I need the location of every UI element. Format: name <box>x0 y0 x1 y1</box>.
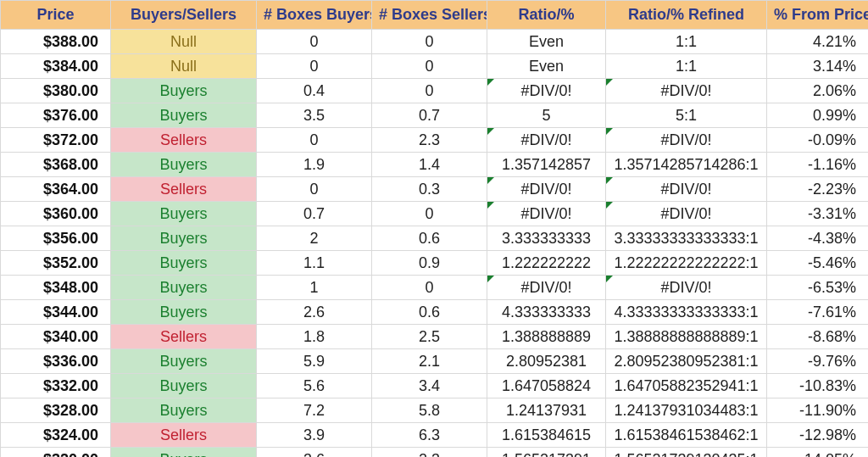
cell-ratio-refined[interactable]: #DIV/0! <box>606 276 767 300</box>
cell-ratio-refined[interactable]: 2.80952380952381:1 <box>606 349 767 374</box>
cell-boxes-sellers[interactable]: 0.6 <box>372 226 487 251</box>
cell-ratio[interactable]: 4.333333333 <box>487 300 606 325</box>
cell-price[interactable]: $352.00 <box>1 251 111 276</box>
cell-pct-from-price[interactable]: 3.14% <box>767 54 869 79</box>
cell-boxes-sellers[interactable]: 2.1 <box>372 349 487 374</box>
cell-pct-from-price[interactable]: 2.06% <box>767 79 869 103</box>
cell-buyers-sellers[interactable]: Buyers <box>111 349 257 374</box>
cell-boxes-sellers[interactable]: 0.6 <box>372 300 487 325</box>
cell-price[interactable]: $328.00 <box>1 398 111 423</box>
cell-boxes-buyers[interactable]: 2 <box>257 226 372 251</box>
cell-boxes-sellers[interactable]: 0 <box>372 276 487 300</box>
table-row[interactable]: $384.00Null00Even1:13.14% <box>1 54 869 79</box>
cell-boxes-buyers[interactable]: 1.9 <box>257 153 372 177</box>
cell-boxes-sellers[interactable]: 2.3 <box>372 448 487 458</box>
cell-boxes-sellers[interactable]: 0.7 <box>372 103 487 128</box>
table-row[interactable]: $360.00Buyers0.70#DIV/0!#DIV/0!-3.31% <box>1 202 869 226</box>
cell-boxes-buyers[interactable]: 0 <box>257 30 372 54</box>
table-row[interactable]: $364.00Sellers00.3#DIV/0!#DIV/0!-2.23% <box>1 177 869 202</box>
cell-pct-from-price[interactable]: -10.83% <box>767 374 869 398</box>
cell-ratio[interactable]: 1.647058824 <box>487 374 606 398</box>
cell-pct-from-price[interactable]: -0.09% <box>767 128 869 153</box>
table-row[interactable]: $344.00Buyers2.60.64.3333333334.33333333… <box>1 300 869 325</box>
cell-ratio-refined[interactable]: 1:1 <box>606 30 767 54</box>
cell-pct-from-price[interactable]: -6.53% <box>767 276 869 300</box>
cell-pct-from-price[interactable]: -4.38% <box>767 226 869 251</box>
cell-boxes-sellers[interactable]: 0 <box>372 30 487 54</box>
cell-price[interactable]: $340.00 <box>1 325 111 349</box>
cell-price[interactable]: $324.00 <box>1 423 111 448</box>
cell-ratio[interactable]: 1.24137931 <box>487 398 606 423</box>
cell-buyers-sellers[interactable]: Buyers <box>111 374 257 398</box>
cell-ratio[interactable]: 1.565217391 <box>487 448 606 458</box>
table-row[interactable]: $324.00Sellers3.96.31.6153846151.6153846… <box>1 423 869 448</box>
table-row[interactable]: $380.00Buyers0.40#DIV/0!#DIV/0!2.06% <box>1 79 869 103</box>
cell-ratio[interactable]: #DIV/0! <box>487 276 606 300</box>
cell-ratio[interactable]: 1.615384615 <box>487 423 606 448</box>
cell-ratio-refined[interactable]: 5:1 <box>606 103 767 128</box>
cell-boxes-buyers[interactable]: 0.7 <box>257 202 372 226</box>
cell-price[interactable]: $344.00 <box>1 300 111 325</box>
cell-pct-from-price[interactable]: -2.23% <box>767 177 869 202</box>
cell-pct-from-price[interactable]: -9.76% <box>767 349 869 374</box>
cell-boxes-buyers[interactable]: 0 <box>257 54 372 79</box>
cell-boxes-sellers[interactable]: 2.3 <box>372 128 487 153</box>
cell-ratio[interactable]: 5 <box>487 103 606 128</box>
header-price[interactable]: Price <box>1 1 111 30</box>
cell-boxes-buyers[interactable]: 5.6 <box>257 374 372 398</box>
cell-buyers-sellers[interactable]: Buyers <box>111 300 257 325</box>
cell-pct-from-price[interactable]: -14.05% <box>767 448 869 458</box>
cell-pct-from-price[interactable]: -8.68% <box>767 325 869 349</box>
cell-ratio-refined[interactable]: 1.56521739130435:1 <box>606 448 767 458</box>
cell-boxes-buyers[interactable]: 2.6 <box>257 300 372 325</box>
cell-ratio[interactable]: 1.357142857 <box>487 153 606 177</box>
cell-buyers-sellers[interactable]: Buyers <box>111 448 257 458</box>
cell-ratio[interactable]: #DIV/0! <box>487 128 606 153</box>
cell-price[interactable]: $348.00 <box>1 276 111 300</box>
cell-boxes-sellers[interactable]: 0.3 <box>372 177 487 202</box>
cell-ratio-refined[interactable]: 1.64705882352941:1 <box>606 374 767 398</box>
cell-price[interactable]: $388.00 <box>1 30 111 54</box>
cell-boxes-buyers[interactable]: 5.9 <box>257 349 372 374</box>
cell-boxes-buyers[interactable]: 3.9 <box>257 423 372 448</box>
cell-boxes-buyers[interactable]: 1.8 <box>257 325 372 349</box>
header-pct-from-price[interactable]: % From Price <box>767 1 869 30</box>
cell-boxes-buyers[interactable]: 0 <box>257 128 372 153</box>
table-row[interactable]: $328.00Buyers7.25.81.241379311.241379310… <box>1 398 869 423</box>
cell-buyers-sellers[interactable]: Buyers <box>111 398 257 423</box>
cell-boxes-sellers[interactable]: 0.9 <box>372 251 487 276</box>
cell-buyers-sellers[interactable]: Buyers <box>111 103 257 128</box>
cell-buyers-sellers[interactable]: Sellers <box>111 128 257 153</box>
table-row[interactable]: $376.00Buyers3.50.755:10.99% <box>1 103 869 128</box>
cell-ratio-refined[interactable]: #DIV/0! <box>606 202 767 226</box>
cell-buyers-sellers[interactable]: Buyers <box>111 226 257 251</box>
cell-pct-from-price[interactable]: -7.61% <box>767 300 869 325</box>
cell-pct-from-price[interactable]: -3.31% <box>767 202 869 226</box>
cell-buyers-sellers[interactable]: Buyers <box>111 276 257 300</box>
cell-boxes-buyers[interactable]: 3.5 <box>257 103 372 128</box>
cell-price[interactable]: $368.00 <box>1 153 111 177</box>
cell-price[interactable]: $320.00 <box>1 448 111 458</box>
cell-ratio[interactable]: #DIV/0! <box>487 202 606 226</box>
cell-ratio-refined[interactable]: 1.38888888888889:1 <box>606 325 767 349</box>
cell-buyers-sellers[interactable]: Null <box>111 54 257 79</box>
cell-buyers-sellers[interactable]: Sellers <box>111 325 257 349</box>
cell-ratio[interactable]: #DIV/0! <box>487 79 606 103</box>
header-buyers-sellers[interactable]: Buyers/Sellers <box>111 1 257 30</box>
cell-ratio-refined[interactable]: 1.24137931034483:1 <box>606 398 767 423</box>
cell-price[interactable]: $360.00 <box>1 202 111 226</box>
cell-boxes-buyers[interactable]: 1 <box>257 276 372 300</box>
table-row[interactable]: $356.00Buyers20.63.3333333333.3333333333… <box>1 226 869 251</box>
cell-boxes-sellers[interactable]: 0 <box>372 79 487 103</box>
cell-price[interactable]: $356.00 <box>1 226 111 251</box>
cell-price[interactable]: $372.00 <box>1 128 111 153</box>
table-row[interactable]: $332.00Buyers5.63.41.6470588241.64705882… <box>1 374 869 398</box>
table-row[interactable]: $348.00Buyers10#DIV/0!#DIV/0!-6.53% <box>1 276 869 300</box>
cell-boxes-buyers[interactable]: 7.2 <box>257 398 372 423</box>
cell-ratio[interactable]: #DIV/0! <box>487 177 606 202</box>
cell-boxes-buyers[interactable]: 0.4 <box>257 79 372 103</box>
cell-buyers-sellers[interactable]: Buyers <box>111 202 257 226</box>
table-row[interactable]: $388.00Null00Even1:14.21% <box>1 30 869 54</box>
cell-ratio-refined[interactable]: 1.35714285714286:1 <box>606 153 767 177</box>
cell-buyers-sellers[interactable]: Null <box>111 30 257 54</box>
